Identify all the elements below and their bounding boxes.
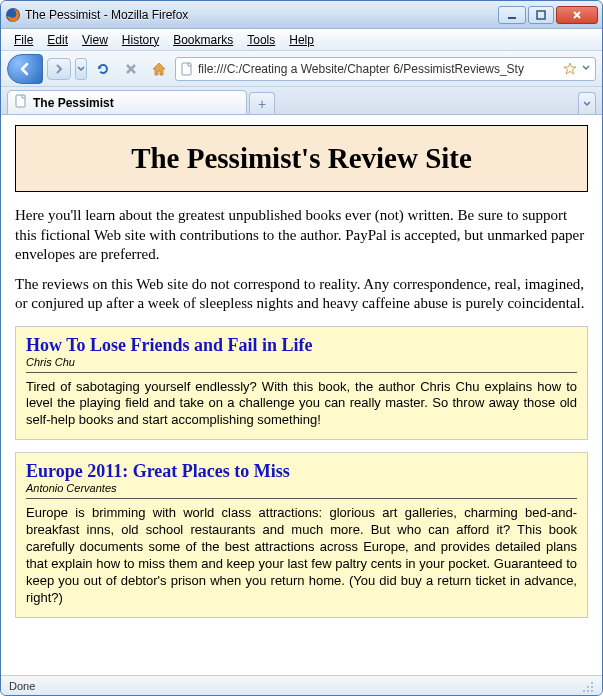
review-card: Europe 2011: Great Places to Miss Antoni… (15, 452, 588, 617)
status-bar: Done (1, 675, 602, 695)
nav-toolbar: file:///C:/Creating a Website/Chapter 6/… (1, 51, 602, 87)
tab-active[interactable]: The Pessimist (7, 90, 247, 114)
review-author: Chris Chu (26, 356, 577, 373)
forward-button[interactable] (47, 58, 71, 80)
menu-bar: File Edit View History Bookmarks Tools H… (1, 29, 602, 51)
page-icon (14, 94, 28, 111)
url-dropdown-icon[interactable] (581, 62, 591, 76)
intro-paragraph-1: Here you'll learn about the greatest unp… (15, 206, 588, 265)
svg-point-10 (587, 686, 589, 688)
resize-grip[interactable] (580, 679, 594, 693)
menu-file[interactable]: File (7, 31, 40, 49)
menu-bookmarks[interactable]: Bookmarks (166, 31, 240, 49)
svg-point-13 (587, 690, 589, 692)
intro-paragraph-2: The reviews on this Web site do not corr… (15, 275, 588, 314)
page-icon (180, 62, 194, 76)
reload-icon (95, 61, 111, 77)
status-text: Done (9, 680, 35, 692)
window-controls (498, 6, 598, 24)
chevron-down-icon (77, 65, 85, 73)
tab-strip: The Pessimist + (1, 87, 602, 115)
menu-history[interactable]: History (115, 31, 166, 49)
minimize-button[interactable] (498, 6, 526, 24)
menu-tools[interactable]: Tools (240, 31, 282, 49)
menu-help[interactable]: Help (282, 31, 321, 49)
maximize-button[interactable] (528, 6, 554, 24)
svg-rect-2 (537, 11, 545, 19)
new-tab-button[interactable]: + (249, 92, 275, 114)
review-body: Europe is brimming with world class attr… (26, 505, 577, 606)
url-bar[interactable]: file:///C:/Creating a Website/Chapter 6/… (175, 57, 596, 81)
review-author: Antonio Cervantes (26, 482, 577, 499)
stop-button[interactable] (119, 57, 143, 81)
review-body: Tired of sabotaging yourself endlessly? … (26, 379, 577, 430)
review-card: How To Lose Friends and Fail in Life Chr… (15, 326, 588, 441)
page-viewport[interactable]: The Pessimist's Review Site Here you'll … (1, 115, 602, 675)
menu-view[interactable]: View (75, 31, 115, 49)
hero-banner: The Pessimist's Review Site (15, 125, 588, 192)
url-text: file:///C:/Creating a Website/Chapter 6/… (198, 62, 559, 76)
svg-point-14 (591, 690, 593, 692)
svg-point-12 (583, 690, 585, 692)
arrow-left-icon (17, 61, 33, 77)
svg-point-9 (591, 682, 593, 684)
close-button[interactable] (556, 6, 598, 24)
review-title: How To Lose Friends and Fail in Life (26, 335, 577, 356)
firefox-icon (5, 7, 21, 23)
home-icon (151, 61, 167, 77)
stop-icon (124, 62, 138, 76)
svg-rect-8 (16, 95, 25, 107)
menu-edit[interactable]: Edit (40, 31, 75, 49)
title-bar: The Pessimist - Mozilla Firefox (1, 1, 602, 29)
svg-point-11 (591, 686, 593, 688)
tabs-menu-button[interactable] (578, 92, 596, 114)
page-heading: The Pessimist's Review Site (26, 142, 577, 175)
home-button[interactable] (147, 57, 171, 81)
reload-button[interactable] (91, 57, 115, 81)
review-title: Europe 2011: Great Places to Miss (26, 461, 577, 482)
tab-title: The Pessimist (33, 96, 114, 110)
window-title: The Pessimist - Mozilla Firefox (25, 8, 498, 22)
svg-rect-7 (182, 63, 191, 75)
chevron-down-icon (582, 99, 592, 109)
back-button[interactable] (7, 54, 43, 84)
nav-history-dropdown[interactable] (75, 58, 87, 80)
bookmark-star-icon[interactable] (563, 62, 577, 76)
arrow-right-icon (53, 63, 65, 75)
